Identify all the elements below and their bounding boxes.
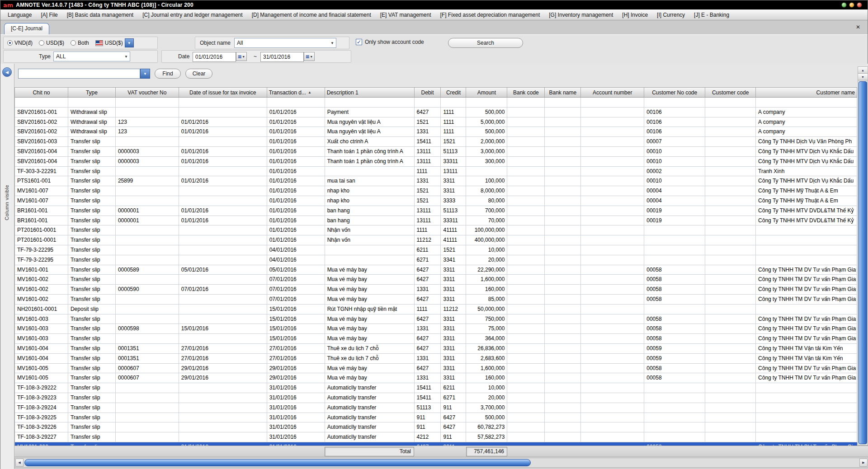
object-name-select[interactable]: All ▼: [234, 38, 336, 48]
table-row[interactable]: TF-108-3-29225Transfer slip31/01/2016Aut…: [15, 413, 857, 423]
table-row[interactable]: PTS1601-001Transfer slip2589901/01/20160…: [15, 176, 857, 186]
date-from-input[interactable]: 01/01/2016: [193, 52, 236, 62]
column-header-bank-name[interactable]: Bank name: [545, 88, 581, 97]
table-row[interactable]: MV1601-001Transfer slip000058905/01/2016…: [15, 265, 857, 275]
close-icon[interactable]: ✕: [856, 24, 860, 30]
window-maximize-button[interactable]: [849, 2, 854, 8]
table-row[interactable]: TF-108-3-29226Transfer slip31/01/2016Aut…: [15, 422, 857, 432]
cell-customer-no-code: [644, 305, 705, 314]
scroll-down-button[interactable]: ▼: [858, 74, 868, 80]
table-row-selected[interactable]: MV1601-006Transfer slip31/01/201631/01/2…: [15, 442, 857, 446]
menu-item-i-currency[interactable]: [I] Currency: [652, 10, 689, 19]
table-row[interactable]: SBV201601-002Withdrawal slip12301/01/201…: [15, 127, 857, 137]
currency-radio-vnd[interactable]: VND(đ): [7, 40, 33, 46]
table-row[interactable]: SBV201601-003Transfer slip01/01/2016Xuất…: [15, 137, 857, 147]
column-header-type[interactable]: Type: [68, 88, 116, 97]
find-dropdown-button[interactable]: ▼: [140, 69, 150, 79]
find-input[interactable]: [18, 69, 140, 79]
table-row[interactable]: SBV201601-004Transfer slip000000301/01/2…: [15, 157, 857, 167]
menu-item-a-file[interactable]: [A] File: [36, 10, 62, 19]
column-header-customer-name[interactable]: Customer name: [756, 88, 857, 97]
currency-dropdown-button[interactable]: ▼: [125, 38, 134, 47]
clear-button[interactable]: Clear: [185, 69, 212, 79]
table-row[interactable]: TF-303-3-22291Transfer slip01/01/2016111…: [15, 167, 857, 177]
table-row[interactable]: PT201601-0001Transfer slip01/01/2016Nhận…: [15, 225, 857, 235]
currency-radio-usd[interactable]: USD($): [39, 40, 64, 46]
table-row[interactable]: [15, 98, 857, 108]
table-row[interactable]: MV1601-005Transfer slip000060729/01/2016…: [15, 364, 857, 374]
only-show-account-code-checkbox[interactable]: ✓: [356, 39, 362, 45]
table-row[interactable]: MV1601-005Transfer slip000060729/01/2016…: [15, 373, 857, 383]
column-visible-label[interactable]: Column visible: [4, 185, 9, 220]
menu-item-j-e-banking[interactable]: [J] E - Banking: [689, 10, 734, 19]
scroll-up-button[interactable]: ▲: [858, 67, 868, 74]
table-row[interactable]: MV1601-004Transfer slip000135127/01/2016…: [15, 344, 857, 354]
type-select[interactable]: ALL ▼: [53, 52, 130, 61]
vertical-scroll-thumb[interactable]: [859, 81, 867, 444]
scroll-left-button[interactable]: ◀: [15, 459, 24, 467]
table-row[interactable]: MV1601-003Transfer slip15/01/2016Mua vé …: [15, 334, 857, 344]
column-header-bank-code[interactable]: Bank code: [507, 88, 545, 97]
menu-item-d-management-of-income-and-finacial-statement[interactable]: [D] Management of income and finacial st…: [247, 10, 376, 19]
table-row[interactable]: MV1601-007Transfer slip01/01/2016nhap kh…: [15, 186, 857, 196]
menu-item-e-vat-management[interactable]: [E] VAT management: [376, 10, 436, 19]
table-row[interactable]: TF-108-3-29223Transfer slip31/01/2016Aut…: [15, 393, 857, 403]
currency-radio-both[interactable]: Both: [71, 40, 89, 46]
horizontal-scrollbar[interactable]: ◀ ▶: [14, 458, 868, 468]
column-header-description-1[interactable]: Description 1: [325, 88, 415, 97]
menu-item-h-invoice[interactable]: [H] Invoice: [618, 10, 652, 19]
window-close-button[interactable]: [857, 2, 862, 8]
vertical-scrollbar[interactable]: ▲ ▼: [858, 66, 868, 446]
cell-customer-no-code: 00058: [644, 364, 705, 374]
menu-item-f-fixed-asset-depreciation-management[interactable]: [F] Fixed asset depreciation management: [436, 10, 545, 19]
table-row[interactable]: MV1601-002Transfer slip07/01/2016Mua vé …: [15, 275, 857, 285]
table-row[interactable]: SBV201601-002Withdrawal slip12301/01/201…: [15, 117, 857, 127]
search-button[interactable]: Search: [448, 38, 523, 48]
table-row[interactable]: NH201601-0001Deposit slip15/01/2016Rút T…: [15, 305, 857, 314]
column-header-customer-no-code[interactable]: Customer No code: [644, 88, 705, 97]
column-header-account-number[interactable]: Account number: [581, 88, 644, 97]
table-row[interactable]: MV1601-002Transfer slip07/01/2016Mua vé …: [15, 295, 857, 305]
date-to-input[interactable]: 31/01/2016: [260, 52, 304, 62]
table-row[interactable]: MV1601-002Transfer slip000059007/01/2016…: [15, 285, 857, 295]
table-row[interactable]: TF-108-3-29224Transfer slip31/01/2016Aut…: [15, 403, 857, 413]
table-row[interactable]: TF-108-3-29222Transfer slip31/01/2016Aut…: [15, 383, 857, 393]
table-row[interactable]: MV1601-003Transfer slip000059815/01/2016…: [15, 324, 857, 334]
date-to-calendar-button[interactable]: ▦▼: [304, 52, 315, 61]
table-row[interactable]: MV1601-004Transfer slip000135127/01/2016…: [15, 354, 857, 364]
window-minimize-button[interactable]: [841, 2, 847, 8]
cell-account-number: [581, 235, 644, 245]
table-row[interactable]: BR1601-001Transfer slip000000101/01/2016…: [15, 206, 857, 216]
cell-bank-name: [545, 413, 581, 423]
column-header-customer-code[interactable]: Customer code: [705, 88, 756, 97]
horizontal-scroll-thumb[interactable]: [24, 459, 531, 466]
table-row[interactable]: PT201601-0001Transfer slip01/01/2016Nhận…: [15, 235, 857, 245]
cell-bank-code: [507, 147, 545, 157]
scroll-right-button[interactable]: ▶: [859, 459, 868, 467]
column-header-vat-voucher-no[interactable]: VAT voucher No: [116, 88, 179, 97]
tab-journal[interactable]: [C-E] Journal: [4, 23, 49, 34]
table-row[interactable]: MV1601-007Transfer slip01/01/2016nhap kh…: [15, 196, 857, 206]
column-header-amount[interactable]: Amount: [466, 88, 507, 97]
column-header-chit-no[interactable]: Chit no: [15, 88, 68, 97]
table-row[interactable]: TF-79-3-22295Transfer slip04/01/20166271…: [15, 255, 857, 265]
find-button[interactable]: Find: [155, 69, 181, 79]
menu-item-language[interactable]: Language: [3, 10, 36, 19]
date-from-calendar-button[interactable]: ▦▼: [236, 52, 247, 61]
table-row[interactable]: SBV201601-001Withdrawal slip01/01/2016Pa…: [15, 108, 857, 117]
table-row[interactable]: MV1601-003Transfer slip15/01/2016Mua vé …: [15, 314, 857, 324]
table-row[interactable]: TF-79-3-22295Transfer slip04/01/20166211…: [15, 245, 857, 255]
journal-table: Chit noTypeVAT voucher NoDate of issue f…: [14, 87, 857, 446]
menu-item-g-inventory-management[interactable]: [G] Inventory management: [544, 10, 618, 19]
menu-item-c-journal-entry-and-ledger-management[interactable]: [C] Journal entry and ledger management: [138, 10, 247, 19]
column-header-date-of-issue-for-tax-invoice[interactable]: Date of issue for tax invoice: [179, 88, 267, 97]
cell-transaction-d: 01/01/2016: [267, 167, 325, 177]
collapse-panel-button[interactable]: ◀: [2, 67, 12, 77]
table-row[interactable]: SBV201601-004Transfer slip000000301/01/2…: [15, 147, 857, 157]
table-row[interactable]: BR1601-001Transfer slip000000101/01/2016…: [15, 216, 857, 226]
menu-item-b-basic-data-management[interactable]: [B] Basic data management: [62, 10, 138, 19]
table-row[interactable]: TF-108-3-29227Transfer slip31/01/2016Aut…: [15, 432, 857, 442]
column-header-transaction-d[interactable]: Transaction d...▲: [267, 88, 325, 97]
column-header-debit[interactable]: Debit: [415, 88, 441, 97]
column-header-credit[interactable]: Credit: [441, 88, 466, 97]
